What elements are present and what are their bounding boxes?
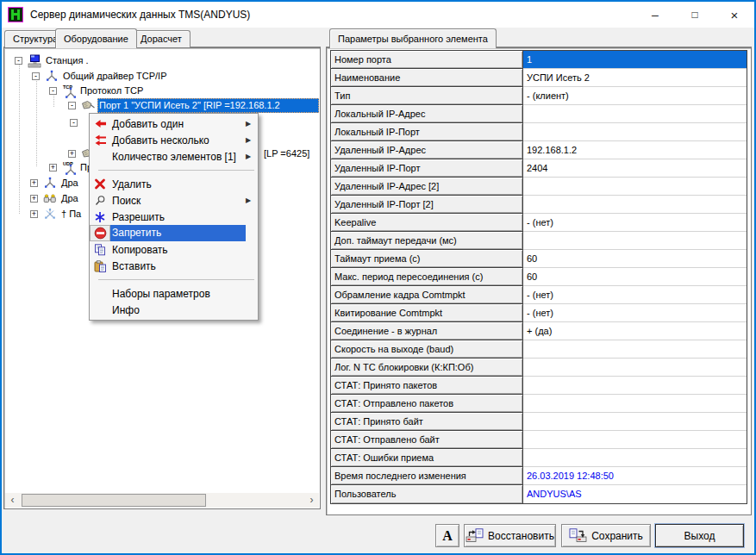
tree-item-label[interactable]: Общий драйвер TCP/IP <box>61 69 169 84</box>
property-value[interactable]: + (да) <box>523 322 747 340</box>
property-value[interactable]: 2404 <box>523 159 747 178</box>
menu-item[interactable]: Инфо <box>90 302 258 318</box>
property-value[interactable] <box>523 123 747 141</box>
property-label[interactable]: Удаленный IP-Порт <box>331 159 523 178</box>
property-label[interactable]: Удаленный IP-Адрес <box>331 141 523 159</box>
collapse-expander-icon[interactable]: - <box>70 119 78 127</box>
property-row: Номер порта1 <box>331 51 747 69</box>
minimize-button[interactable]: – <box>635 2 675 28</box>
property-value-selected[interactable]: 1 <box>523 51 747 69</box>
menu-item-label: Добавить один <box>110 118 246 130</box>
property-label[interactable]: Наименование <box>331 69 523 87</box>
expand-expander-icon[interactable]: + <box>49 164 57 171</box>
property-value[interactable]: 26.03.2019 12:48:50 <box>523 467 747 485</box>
menu-item[interactable]: Наборы параметров <box>90 285 258 302</box>
property-row: Лог. N ТС блокировки (К:КП:Об) <box>331 359 747 377</box>
property-label[interactable]: Лог. N ТС блокировки (К:КП:Об) <box>331 359 523 377</box>
menu-item[interactable]: Количество элементов [1]▶ <box>90 148 258 165</box>
tab-oborudovanie[interactable]: Оборудование <box>55 28 137 48</box>
property-label[interactable]: СТАТ: Отправлено байт <box>331 431 523 449</box>
scrollbar-thumb[interactable] <box>22 494 206 507</box>
scroll-right-arrow-icon[interactable]: › <box>304 493 319 508</box>
property-label[interactable]: Обрамление кадра Comtmpkt <box>331 286 523 304</box>
property-value[interactable]: 192.168.1.2 <box>523 141 747 159</box>
property-label[interactable]: СТАТ: Отправлено пакетов <box>331 395 523 413</box>
menu-item[interactable]: Удалить <box>90 176 258 192</box>
property-label[interactable]: Доп. таймаут передачи (мс) <box>331 232 523 250</box>
property-label[interactable]: Соединение - в журнал <box>331 322 523 340</box>
exit-button[interactable]: Выход <box>655 524 744 547</box>
expand-expander-icon[interactable]: + <box>30 210 38 218</box>
property-label[interactable]: Keepalive <box>331 214 523 232</box>
tree-item-label[interactable]: Протокол TCP <box>78 84 145 98</box>
collapse-expander-icon[interactable]: - <box>68 102 76 109</box>
tree-item-label[interactable]: † Па <box>59 207 83 221</box>
property-value[interactable] <box>523 449 747 467</box>
tab-parameters[interactable]: Параметры выбранного элемента <box>329 28 497 48</box>
property-value[interactable]: - (клиент) <box>523 87 747 105</box>
maximize-button[interactable]: □ <box>675 2 715 28</box>
property-value[interactable] <box>523 359 747 377</box>
property-value[interactable]: 60 <box>523 268 747 286</box>
property-value[interactable] <box>523 431 747 449</box>
property-value[interactable] <box>523 377 747 395</box>
collapse-expander-icon[interactable]: - <box>49 87 57 95</box>
font-button[interactable]: A <box>435 524 459 547</box>
expand-expander-icon[interactable]: + <box>30 195 38 203</box>
property-label[interactable]: Макс. период пересоединения (с) <box>331 268 523 286</box>
property-value[interactable] <box>523 395 747 413</box>
property-value[interactable]: 60 <box>523 250 747 268</box>
tree-row[interactable]: -TCPПротокол TCP <box>4 84 320 98</box>
tree-row[interactable]: -Порт 1 "УСПИ Исеть 2" [RIP =192.168.1.2 <box>4 98 320 113</box>
restore-button[interactable]: Восстановить <box>464 524 556 547</box>
tab-doraschet[interactable]: Дорасчет <box>132 30 191 48</box>
property-value[interactable]: ANDYUS\AS <box>523 485 747 503</box>
property-label[interactable]: СТАТ: Принято пакетов <box>331 377 523 395</box>
property-value[interactable] <box>523 178 747 196</box>
menu-item[interactable]: Разрешить <box>90 209 258 225</box>
menu-item[interactable]: Поиск▶ <box>90 192 258 209</box>
property-value[interactable] <box>523 196 747 214</box>
tree-row[interactable]: -Станция . <box>4 53 320 68</box>
property-value[interactable] <box>523 232 747 250</box>
tree-item-label[interactable]: Станция . <box>44 53 91 68</box>
property-label[interactable]: Удаленный IP-Адрес [2] <box>331 178 523 196</box>
property-label[interactable]: Локальный IP-Адрес <box>331 105 523 123</box>
asterisk-icon <box>90 209 110 225</box>
tree-item-label[interactable]: Дра <box>59 191 80 206</box>
menu-item[interactable]: Вставить <box>90 258 258 274</box>
tree-item-label[interactable]: Дра <box>59 176 80 190</box>
property-value[interactable]: УСПИ Исеть 2 <box>523 69 747 87</box>
property-label[interactable]: Пользователь <box>331 485 523 503</box>
property-label[interactable]: СТАТ: Ошибки приема <box>331 449 523 467</box>
property-label[interactable]: Тип <box>331 87 523 105</box>
property-value[interactable] <box>523 340 747 359</box>
property-value[interactable] <box>523 413 747 431</box>
property-label[interactable]: Время последнего изменения <box>331 467 523 485</box>
menu-item[interactable]: Добавить один▶ <box>90 115 258 132</box>
property-value[interactable]: - (нет) <box>523 286 747 304</box>
property-value[interactable]: - (нет) <box>523 214 747 232</box>
tree-row[interactable]: -Общий драйвер TCP/IP <box>4 69 320 84</box>
menu-item[interactable]: Копировать <box>90 241 258 258</box>
property-label[interactable]: Скорость на выходе (baud) <box>331 340 523 359</box>
tree-item-label-selected[interactable]: Порт 1 "УСПИ Исеть 2" [RIP =192.168.1.2 <box>97 98 319 113</box>
menu-item[interactable]: Добавить несколько▶ <box>90 132 258 148</box>
expand-expander-icon[interactable]: + <box>68 150 76 158</box>
collapse-expander-icon[interactable]: - <box>15 57 22 65</box>
save-button[interactable]: Сохранить <box>561 524 651 547</box>
property-label[interactable]: Таймаут приема (с) <box>331 250 523 268</box>
property-label[interactable]: Номер порта <box>331 51 523 69</box>
menu-item[interactable]: Запретить <box>90 225 258 241</box>
property-value[interactable] <box>523 105 747 123</box>
property-label[interactable]: Удаленный IP-Порт [2] <box>331 196 523 214</box>
property-value[interactable]: - (нет) <box>523 304 747 322</box>
property-label[interactable]: Квитирование Comtmpkt <box>331 304 523 322</box>
property-label[interactable]: Локальный IP-Порт <box>331 123 523 141</box>
expand-expander-icon[interactable]: + <box>30 179 38 187</box>
horizontal-scrollbar[interactable]: ‹ › <box>5 493 319 508</box>
collapse-expander-icon[interactable]: - <box>32 72 40 80</box>
scroll-left-arrow-icon[interactable]: ‹ <box>5 493 20 508</box>
close-button[interactable]: × <box>715 2 754 28</box>
property-label[interactable]: СТАТ: Принято байт <box>331 413 523 431</box>
